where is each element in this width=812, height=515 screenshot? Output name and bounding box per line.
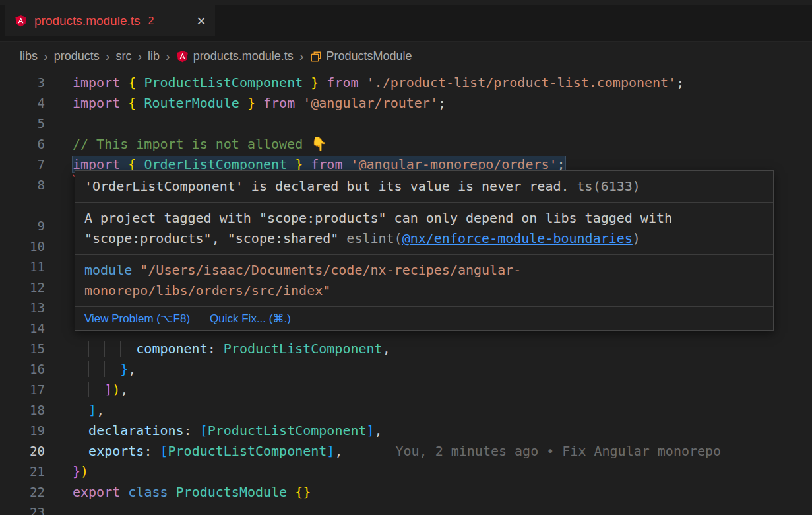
indent-guides xyxy=(73,341,136,357)
code-token: ; xyxy=(438,95,446,111)
code-token: ) xyxy=(112,382,120,397)
angular-icon xyxy=(176,50,189,63)
hover-section: 'OrderListComponent' is declared but its… xyxy=(75,171,773,203)
code-line[interactable]: 17 ]), xyxy=(0,380,812,400)
indent-guides xyxy=(73,423,88,438)
code-token: } xyxy=(73,464,80,479)
tab-label: products.module.ts xyxy=(34,14,141,28)
hover-action-button[interactable]: Quick Fix... (⌘.) xyxy=(210,313,291,324)
hover-text: ts(6133) xyxy=(569,178,640,194)
code-token: : xyxy=(184,423,200,438)
code-line[interactable]: 23 xyxy=(0,502,812,515)
code-line[interactable]: 22export class ProductsModule {} xyxy=(0,482,812,502)
code-token: component xyxy=(136,341,207,357)
hover-action-button[interactable]: View Problem (⌥F8) xyxy=(84,313,190,324)
line-number[interactable]: 17 xyxy=(0,380,45,400)
hover-text: eslint( xyxy=(346,230,402,246)
breadcrumb-item[interactable]: lib xyxy=(148,50,160,63)
line-number[interactable]: 6 xyxy=(0,134,45,154)
code-token: ] xyxy=(104,382,112,397)
code-token: from xyxy=(319,75,366,90)
breadcrumb-item[interactable]: products xyxy=(54,50,100,63)
code-token: , xyxy=(383,341,390,357)
code-content[interactable]: // This import is not allowed 👇 xyxy=(73,134,327,154)
line-number[interactable]: 18 xyxy=(0,400,45,421)
code-line[interactable]: 4import { RouterModule } from '@angular/… xyxy=(0,93,812,114)
code-token xyxy=(287,484,295,500)
code-content[interactable]: import { RouterModule } from '@angular/r… xyxy=(73,93,446,114)
code-token: exports xyxy=(88,443,144,459)
code-token: declarations xyxy=(88,423,184,438)
line-number[interactable]: 22 xyxy=(0,482,45,502)
indent-guides xyxy=(73,361,120,377)
chevron-right-icon: › xyxy=(299,50,304,63)
code-token: ] xyxy=(367,423,375,438)
line-number[interactable]: 21 xyxy=(0,462,45,482)
line-number[interactable]: 23 xyxy=(0,502,45,515)
line-number[interactable]: 15 xyxy=(0,339,45,359)
code-content[interactable]: }, xyxy=(73,359,136,380)
breadcrumb-item[interactable]: ProductsModule xyxy=(310,50,412,63)
breadcrumb-label: ProductsModule xyxy=(327,50,412,63)
code-line[interactable]: 21}) xyxy=(0,462,812,482)
line-number[interactable]: 3 xyxy=(0,73,45,93)
hover-section: module "/Users/isaac/Documents/code/nx-r… xyxy=(75,255,773,307)
line-number[interactable]: 14 xyxy=(0,318,45,339)
code-content[interactable]: declarations: [ProductListComponent], xyxy=(73,421,383,441)
code-token: ProductListComponent xyxy=(168,443,327,459)
line-number[interactable]: 20 xyxy=(0,441,45,462)
code-line[interactable]: 16 }, xyxy=(0,359,812,380)
code-token: , xyxy=(120,382,128,397)
code-content[interactable]: import { ProductListComponent } from './… xyxy=(73,73,684,93)
line-number[interactable]: 9 xyxy=(0,216,45,236)
code-line[interactable]: 19 declarations: [ProductListComponent], xyxy=(0,421,812,441)
line-number[interactable]: 8 xyxy=(0,175,45,195)
line-number[interactable]: 19 xyxy=(0,421,45,441)
class-icon xyxy=(310,51,322,63)
code-content[interactable]: }) xyxy=(73,462,88,482)
code-line[interactable]: 20 exports: [ProductListComponent],You, … xyxy=(0,441,812,462)
code-token: , xyxy=(128,361,136,377)
code-content[interactable]: ]), xyxy=(73,380,128,400)
hover-text: 'OrderListComponent' is declared but its… xyxy=(84,178,569,194)
line-number[interactable]: 16 xyxy=(0,359,45,380)
eslint-rule-link[interactable]: @nx/enforce-module-boundaries xyxy=(402,230,633,246)
code-content[interactable]: component: ProductListComponent, xyxy=(73,339,390,359)
code-token: ] xyxy=(327,443,334,459)
chevron-right-icon: › xyxy=(137,50,142,63)
line-number[interactable]: 4 xyxy=(0,93,45,114)
code-token: import xyxy=(73,95,128,111)
breadcrumb-label: lib xyxy=(148,50,160,63)
line-number[interactable] xyxy=(0,195,45,216)
indent-guides xyxy=(73,443,88,459)
code-token: ProductsModule xyxy=(176,484,288,500)
code-token: , xyxy=(375,423,383,438)
code-token: import xyxy=(73,75,128,90)
line-number[interactable]: 12 xyxy=(0,277,45,298)
code-content[interactable]: export class ProductsModule {} xyxy=(73,482,311,502)
close-icon[interactable]: × xyxy=(197,13,206,29)
tab-problems-badge: 2 xyxy=(148,15,154,27)
code-line[interactable]: 3import { ProductListComponent } from '.… xyxy=(0,73,812,93)
breadcrumb-item[interactable]: products.module.ts xyxy=(176,50,294,63)
breadcrumb: libs›products›src›lib›products.module.ts… xyxy=(0,42,812,71)
line-number[interactable]: 11 xyxy=(0,257,45,277)
tab-products-module[interactable]: products.module.ts 2 × xyxy=(5,5,215,36)
code-line[interactable]: 6// This import is not allowed 👇 xyxy=(0,134,812,154)
code-token: {} xyxy=(295,484,311,500)
code-token: export xyxy=(73,484,128,500)
line-number[interactable]: 7 xyxy=(0,154,45,175)
code-line[interactable]: 15 component: ProductListComponent, xyxy=(0,339,812,359)
breadcrumb-item[interactable]: libs xyxy=(20,50,38,63)
breadcrumb-item[interactable]: src xyxy=(115,50,131,63)
code-content[interactable]: exports: [ProductListComponent],You, 2 m… xyxy=(73,441,721,462)
code-token: [ xyxy=(200,423,208,438)
line-number[interactable]: 13 xyxy=(0,298,45,318)
line-number[interactable]: 10 xyxy=(0,236,45,257)
code-token: class xyxy=(128,484,175,500)
tab-bar: products.module.ts 2 × xyxy=(0,5,812,42)
code-content[interactable]: ], xyxy=(73,400,104,421)
code-line[interactable]: 5 xyxy=(0,114,812,134)
code-line[interactable]: 18 ], xyxy=(0,400,812,421)
line-number[interactable]: 5 xyxy=(0,114,45,134)
